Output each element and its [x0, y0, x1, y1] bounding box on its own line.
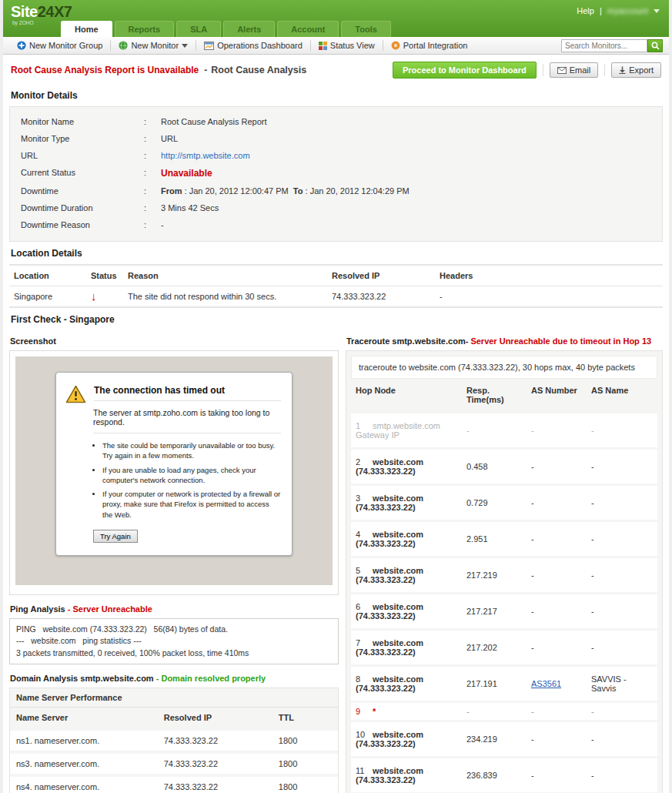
- colon: :: [144, 203, 161, 212]
- warning-triangle-icon: [65, 385, 86, 403]
- hop-node: *: [373, 707, 376, 716]
- dialog-bullet: If you are unable to load any pages, che…: [102, 465, 281, 486]
- downtime-duration-value: 3 Mins 42 Secs: [161, 203, 219, 212]
- tab-tools[interactable]: Tools: [341, 21, 391, 37]
- column-header-hop-node: Hop Node: [351, 379, 462, 413]
- monitor-type-value: URL: [161, 134, 178, 143]
- cell-as-number: -: [527, 557, 587, 594]
- traceroute-summary: traceroute to website.com (74.333.323.22…: [351, 356, 657, 379]
- field-label: Downtime Duration: [21, 203, 144, 212]
- table-row: Singapore ↓ The site did not respond wit…: [9, 286, 663, 307]
- cell-name-server: ns3. nameserver.com.: [10, 752, 158, 775]
- chevron-down-icon[interactable]: [654, 9, 660, 13]
- tab-sla[interactable]: SLA: [176, 21, 221, 37]
- chevron-down-icon: [182, 44, 188, 48]
- user-menu[interactable]: myaccount: [607, 6, 648, 15]
- traceroute-status: Server Unreachable due to timeout in Hop…: [470, 336, 651, 346]
- hop-number: 11: [356, 766, 373, 775]
- operations-dashboard-button[interactable]: Operations Dashboard: [196, 41, 310, 50]
- table-row: 5website.com (74.333.323.22) 217.219 - -: [351, 557, 657, 594]
- domain-status: Domain resolved properly: [161, 674, 266, 683]
- cell-as-number: -: [527, 485, 587, 521]
- page-title: Root Cause Analysis: [211, 65, 306, 75]
- cell-resp-time: -: [462, 702, 527, 721]
- tab-home[interactable]: Home: [61, 21, 112, 37]
- portal-integration-label: Portal Integration: [403, 41, 468, 50]
- globe-icon: [119, 41, 128, 50]
- search-input[interactable]: [561, 39, 647, 52]
- title-actions: Proceed to Monitor Dashboard Email Expor…: [393, 62, 661, 79]
- ping-separator: -: [68, 604, 71, 614]
- main-tabs: Home Reports SLA Alerts Account Tools: [61, 21, 391, 37]
- cell-resolved-ip: 74.333.323.22: [158, 729, 272, 752]
- hop-number: 9: [356, 707, 373, 716]
- column-header-status: Status: [86, 265, 123, 286]
- traceroute-heading-text: Traceroute smtp.website.com-: [346, 336, 468, 346]
- actions-separator: [543, 64, 543, 76]
- ping-analysis-heading: Ping Analysis - Server Unreachable: [9, 600, 339, 618]
- table-row: 11website.com (74.333.323.22) 236.839 - …: [351, 758, 657, 793]
- traceroute-panel: traceroute to website.com (74.333.323.22…: [346, 350, 663, 793]
- hop-number: 5: [356, 566, 373, 575]
- monitor-url-link[interactable]: http://smtp.website.com: [161, 151, 250, 160]
- new-monitor-label: New Monitor: [131, 41, 179, 50]
- cell-as-number: -: [527, 758, 587, 793]
- export-button[interactable]: Export: [611, 62, 661, 78]
- field-label: Monitor Name: [21, 117, 144, 126]
- colon: :: [144, 134, 161, 143]
- left-column: Screenshot The connection has timed out: [9, 332, 339, 793]
- table-row: 9* - - -: [351, 702, 657, 721]
- portal-integration-button[interactable]: Portal Integration: [383, 41, 476, 50]
- ping-line: 3 packets transmitted, 0 received, 100% …: [16, 647, 332, 659]
- cell-ttl: 1800: [272, 752, 338, 775]
- cell-resp-time: 217.219: [462, 557, 527, 594]
- table-row: 7website.com (74.333.323.22) 217.202 - -: [351, 630, 657, 666]
- hop-number: 6: [356, 602, 373, 611]
- ping-line: --- website.com ping statistics ---: [16, 635, 332, 647]
- help-link[interactable]: Help: [577, 6, 594, 15]
- status-view-button[interactable]: Status View: [311, 41, 383, 50]
- cell-as-name: -: [587, 630, 657, 666]
- field-label: Current Status: [21, 168, 144, 179]
- search-button[interactable]: [647, 39, 663, 52]
- status-view-label: Status View: [330, 41, 375, 50]
- cell-reason: The site did not respond within 30 secs.: [123, 286, 327, 307]
- dashboard-icon: [204, 42, 214, 50]
- try-again-button[interactable]: Try Again: [93, 530, 138, 543]
- monitor-type-row: Monitor Type : URL: [21, 130, 651, 147]
- cell-as-name: -: [587, 721, 657, 758]
- colon: :: [144, 168, 161, 179]
- new-monitor-group-button[interactable]: New Monitor Group: [9, 41, 110, 50]
- tab-account[interactable]: Account: [277, 21, 339, 37]
- cell-as-number: -: [527, 630, 587, 666]
- new-monitor-button[interactable]: New Monitor: [111, 41, 196, 50]
- tab-alerts[interactable]: Alerts: [223, 21, 275, 37]
- table-row: 1smtp.website.com Gateway IP - - -: [351, 413, 657, 449]
- proceed-to-dashboard-button[interactable]: Proceed to Monitor Dashboard: [393, 62, 537, 79]
- email-button[interactable]: Email: [550, 62, 599, 78]
- column-header-name-server: Name Server: [10, 708, 158, 729]
- colon: :: [144, 117, 161, 126]
- domain-heading-text: Domain Analysis smtp.website.com: [10, 674, 154, 683]
- as-number-link[interactable]: AS3561: [531, 679, 561, 688]
- portal-icon: [391, 41, 400, 50]
- cell-as-name: -: [587, 413, 657, 449]
- cell-ttl: 1800: [272, 729, 338, 752]
- colon: :: [144, 220, 161, 229]
- cell-resp-time: 217.191: [462, 666, 527, 702]
- hop-number: 7: [356, 638, 373, 647]
- cell-resolved-ip: 74.333.323.22: [158, 752, 272, 775]
- logo-brand-text: 24X7: [38, 3, 72, 20]
- cell-as-number: -: [527, 521, 587, 557]
- status-badge: Unavailable: [161, 168, 212, 179]
- tab-reports[interactable]: Reports: [115, 21, 175, 37]
- domain-separator: -: [156, 674, 159, 683]
- ping-line: PING website.com (74.333.323.22) 56(84) …: [16, 624, 332, 635]
- table-row: 8website.com (74.333.323.22) 217.191 AS3…: [351, 666, 657, 702]
- table-row: ns3. nameserver.com. 74.333.323.22 1800: [10, 752, 338, 775]
- monitor-details-panel: Monitor Name : Root Cause Analysis Repor…: [9, 106, 663, 242]
- domain-analysis-heading: Domain Analysis smtp.website.com - Domai…: [9, 669, 339, 688]
- cell-as-name: -: [587, 702, 657, 721]
- cell-as-name: SAVVIS - Savvis: [587, 666, 657, 702]
- column-header-as-name: AS Name: [587, 379, 657, 413]
